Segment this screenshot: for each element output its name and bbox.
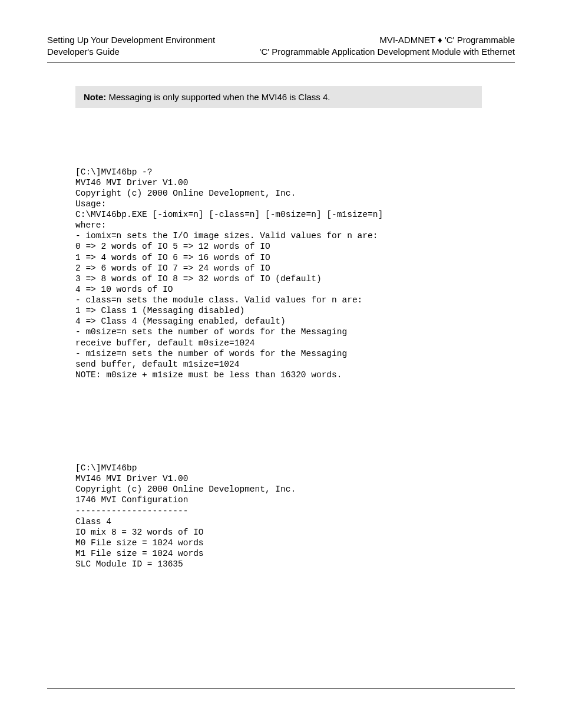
header-left: Setting Up Your Development Environment …	[47, 34, 215, 58]
code-block-1: [C:\]MVI46bp -? MVI46 MVI Driver V1.00 C…	[75, 167, 515, 381]
note-label: Note:	[84, 92, 106, 102]
code-block-2: [C:\]MVI46bp MVI46 MVI Driver V1.00 Copy…	[75, 463, 515, 569]
header-right-line2: 'C' Programmable Application Development…	[260, 46, 515, 58]
header-divider	[47, 62, 515, 62]
header-right: MVI-ADMNET ♦ 'C' Programmable 'C' Progra…	[260, 34, 515, 58]
footer-divider	[47, 688, 515, 689]
note-text: Messaging is only supported when the MVI…	[106, 92, 330, 102]
header-left-line1: Setting Up Your Development Environment	[47, 34, 215, 46]
note-box: Note: Messaging is only supported when t…	[75, 86, 482, 108]
page-header: Setting Up Your Development Environment …	[47, 34, 515, 58]
header-left-line2: Developer's Guide	[47, 46, 215, 58]
header-right-line1: MVI-ADMNET ♦ 'C' Programmable	[260, 34, 515, 46]
